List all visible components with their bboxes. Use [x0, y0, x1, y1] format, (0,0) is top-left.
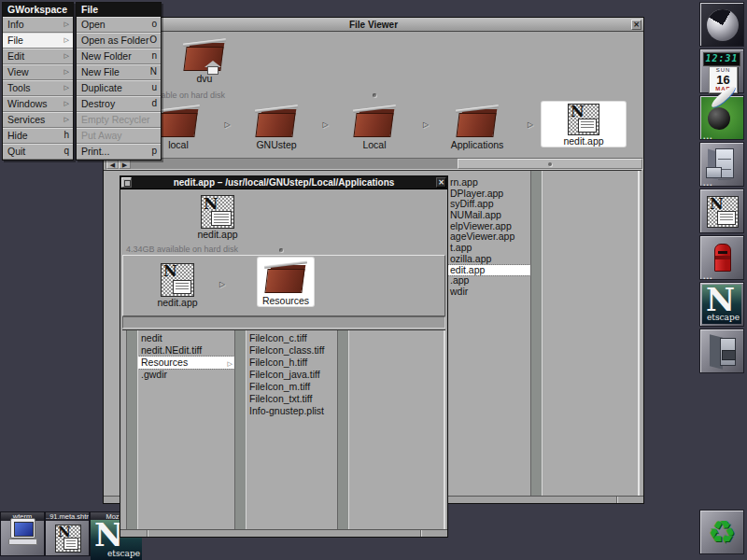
list-item[interactable]: edit.app: [447, 265, 530, 276]
nedit-doc-icon: N: [55, 525, 81, 553]
list-item[interactable]: syDiff.app: [447, 199, 530, 210]
list-item-label: nedit.NEdit.tiff: [141, 344, 202, 356]
menu-item-new-file[interactable]: New FileN: [77, 64, 161, 80]
menu-item-duplicate[interactable]: Duplicateu: [77, 80, 161, 96]
list-item[interactable]: nedit.NEdit.tiff: [138, 344, 234, 357]
nedit-window-title: nedit.app – /usr/local/GNUstep/Local/App…: [174, 177, 395, 188]
dock-tile-recycler[interactable]: ♻: [699, 510, 744, 554]
list-item[interactable]: Info-gnustep.plist: [247, 405, 337, 417]
list-item[interactable]: .gwdir: [138, 369, 234, 381]
dock-tile-paint[interactable]: ...: [699, 95, 744, 140]
list-item[interactable]: nedit: [138, 332, 234, 344]
list-item[interactable]: wdir: [447, 287, 530, 298]
desktop: File Viewer ✕ dvu 4.34GB available on ha…: [0, 0, 747, 560]
list-item[interactable]: elpViewer.app: [447, 221, 530, 232]
path-item-label: nedit.app: [542, 135, 626, 147]
menu-item-put-away[interactable]: Put Away: [77, 128, 161, 144]
list-item[interactable]: ozilla.app: [447, 254, 530, 265]
file-viewer-titlebar[interactable]: File Viewer ✕: [104, 18, 643, 32]
list-item-label: nedit: [141, 332, 162, 343]
file-menu: File OpenoOpen as FolderONew FoldernNew …: [76, 2, 162, 161]
menu-item-hide[interactable]: Hideh: [3, 128, 73, 144]
resize-bar[interactable]: [120, 529, 447, 537]
path-item-applications[interactable]: Applications: [435, 102, 519, 150]
list-item[interactable]: FileIcon_m.tiff: [247, 381, 337, 393]
menu-item-label: New Folder: [81, 50, 132, 62]
path-item-nedit-app[interactable]: Nnedit.app: [151, 263, 204, 308]
column-scrollbar[interactable]: [337, 330, 349, 531]
menu-item-label: Hide: [7, 130, 28, 141]
menu-item-label: Open: [81, 19, 106, 30]
dock-tile-cabinet[interactable]: ...: [699, 142, 744, 187]
file-viewer-title: File Viewer: [349, 20, 398, 30]
path-scrollbar[interactable]: [122, 316, 445, 329]
menu-item-open-as-folder[interactable]: Open as FolderO: [77, 33, 161, 49]
dock-tile-postbox[interactable]: ...: [699, 235, 744, 280]
list-item[interactable]: DPlayer.app: [447, 189, 530, 200]
path-item-gnustep[interactable]: GNUstep: [234, 102, 318, 150]
list-item[interactable]: NUMail.app: [447, 210, 530, 221]
applications-column[interactable]: rn.appDPlayer.appsyDiff.appNUMail.appelp…: [447, 171, 530, 496]
digital-clock: 12:31: [703, 52, 740, 66]
gworkspace-menu: GWorkspace Info▷File▷Edit▷View▷Tools▷Win…: [2, 2, 74, 161]
file-viewer-path: local▷GNUstep▷Local▷Applications▷Nnedit.…: [104, 100, 643, 158]
list-item[interactable]: Resources▷: [138, 357, 234, 369]
folder-icon: [265, 259, 306, 295]
path-item-local[interactable]: Local: [332, 102, 416, 150]
dock-tile-server[interactable]: [699, 329, 744, 373]
menu-item-services[interactable]: Services▷: [3, 112, 73, 128]
path-item-resources[interactable]: Resources: [258, 258, 314, 306]
menu-item-info[interactable]: Info▷: [3, 17, 73, 33]
menu-item-edit[interactable]: Edit▷: [3, 49, 73, 64]
dock-tile-clock[interactable]: 12:31SUN16MAR: [699, 49, 744, 93]
column-scrollbar[interactable]: [126, 330, 138, 531]
menu-item-new-folder[interactable]: New Foldern: [77, 49, 161, 64]
path-item-nedit-app[interactable]: Nnedit.app: [542, 102, 626, 147]
list-item-label: FileIcon_m.tiff: [249, 381, 310, 392]
nedit-window-titlebar[interactable]: nedit.app – /usr/local/GNUstep/Local/App…: [120, 176, 447, 189]
list-item[interactable]: rn.app: [447, 177, 530, 189]
miniaturize-button[interactable]: [121, 177, 132, 188]
path-scrollbar[interactable]: ◀ ▶: [106, 158, 643, 170]
close-icon[interactable]: ✕: [631, 20, 641, 30]
list-item[interactable]: ageViewer.app: [447, 231, 530, 243]
list-item[interactable]: FileIcon_class.tiff: [247, 344, 337, 357]
menu-item-label: Info: [7, 19, 24, 30]
list-item[interactable]: FileIcon_h.tiff: [247, 357, 337, 369]
menu-item-tools[interactable]: Tools▷: [3, 80, 73, 96]
menu-item-print-[interactable]: Print...p: [77, 144, 161, 160]
browser-column-2[interactable]: FileIcon_c.tiffFileIcon_class.tiffFileIc…: [247, 330, 337, 531]
list-item[interactable]: t.app: [447, 243, 530, 254]
miniwindow-meta-shtml[interactable]: ..91.meta.shtml N: [45, 511, 90, 556]
menu-item-open[interactable]: Openo: [77, 17, 161, 33]
dock-tile-nedit[interactable]: N: [699, 189, 744, 233]
home-icon: [204, 60, 221, 75]
list-item[interactable]: FileIcon_txt.tiff: [247, 393, 337, 405]
menu-item-empty-recycler[interactable]: Empty Recycler: [77, 112, 161, 128]
menu-item-windows[interactable]: Windows▷: [3, 96, 73, 112]
list-item[interactable]: FileIcon_c.tiff: [247, 332, 337, 344]
menu-item-quit[interactable]: Quitq: [3, 144, 73, 160]
paint-sphere-icon: [708, 107, 730, 130]
scrollbar-knob[interactable]: [458, 159, 642, 169]
shelf-item-dvu[interactable]: dvu: [182, 37, 227, 84]
menu-item-label: Open as Folder: [81, 35, 148, 46]
path-separator-icon: ▷: [528, 120, 533, 129]
menu-item-view[interactable]: View▷: [3, 64, 73, 80]
dock-tile-netscape[interactable]: Netscape: [699, 282, 744, 327]
nedit-app-icon: N: [201, 195, 234, 229]
column-scrollbar[interactable]: [530, 171, 543, 496]
menu-item-destroy[interactable]: Destroyd: [77, 96, 161, 112]
nedit-window[interactable]: nedit.app – /usr/local/GNUstep/Local/App…: [120, 175, 448, 538]
shelf-item-nedit[interactable]: N nedit.app: [195, 195, 240, 240]
menu-item-label: Print...: [81, 146, 109, 157]
close-icon[interactable]: ✕: [436, 177, 446, 188]
list-item[interactable]: FileIcon_java.tiff: [247, 369, 337, 381]
dock-tile-sphere[interactable]: [699, 2, 744, 47]
column-scrollbar[interactable]: [234, 330, 247, 531]
miniwindow-wterm[interactable]: wterm: [0, 511, 45, 556]
browser-column-1[interactable]: neditnedit.NEdit.tiffResources▷.gwdir: [138, 330, 234, 531]
menu-item-label: Tools: [7, 82, 31, 93]
list-item[interactable]: .app: [447, 275, 530, 287]
menu-item-file[interactable]: File▷: [3, 33, 73, 49]
